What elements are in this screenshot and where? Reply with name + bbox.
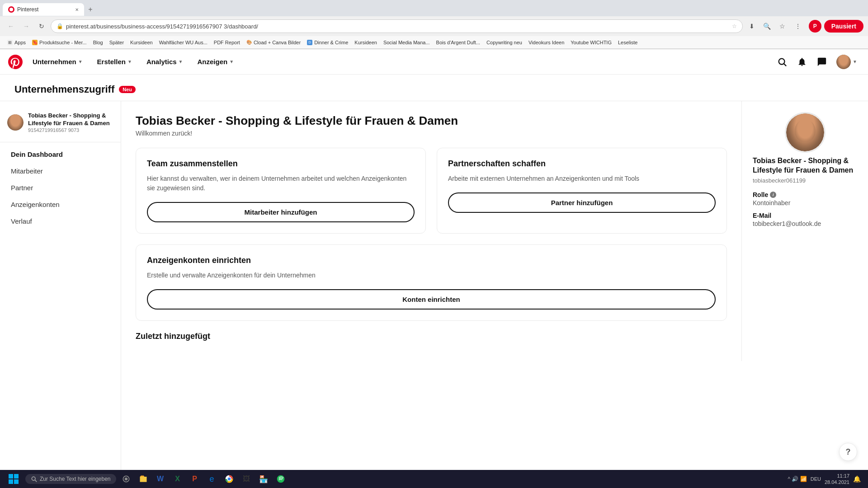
sidebar: Tobias Becker - Shopping & Lifestyle für…: [0, 101, 121, 470]
taskbar-spotify[interactable]: [273, 471, 289, 487]
bookmark-dinner[interactable]: D Dinner & Crime: [304, 39, 351, 46]
nav-analytics-chevron: ▼: [179, 59, 183, 64]
nav-anzeigen[interactable]: Anzeigen ▼: [192, 54, 239, 69]
start-button[interactable]: [4, 472, 24, 486]
bookmark-star-button[interactable]: ☆: [776, 20, 789, 33]
profile-extension-icon[interactable]: P: [809, 20, 821, 33]
help-button[interactable]: ?: [839, 443, 857, 461]
system-tray: ^ 🔊 📶 DEU 11:17 28.04.2021 🔔: [788, 473, 864, 486]
bookmark-apps[interactable]: ⊞ Apps: [5, 39, 28, 46]
sidebar-item-label: Partner: [11, 184, 33, 192]
sidebar-item-mitarbeiter[interactable]: Mitarbeiter: [0, 163, 121, 179]
bookmark-copywriting[interactable]: Copywriting neu: [484, 39, 525, 46]
ad-accounts-title: Anzeigenkonten einrichten: [147, 256, 716, 265]
url-text: pinterest.at/business/business-access/91…: [66, 23, 729, 30]
bookmark-wahlfaecher[interactable]: Wahlfächer WU Aus...: [156, 39, 210, 46]
bookmark-label: Copywriting neu: [486, 40, 522, 45]
bookmark-canva[interactable]: 🎨 Cload + Canva Bilder: [244, 39, 303, 46]
tab-favicon: [8, 6, 14, 13]
sidebar-profile-id: 91542719916567 9073: [28, 127, 113, 133]
bookmark-label: Cload + Canva Bilder: [254, 40, 301, 45]
taskbar-explorer[interactable]: [135, 471, 151, 487]
nav-unternehmen[interactable]: Unternehmen ▼: [27, 54, 88, 69]
search-button[interactable]: [773, 53, 791, 71]
bookmark-label: Später: [109, 40, 124, 45]
taskbar-clock[interactable]: 11:17 28.04.2021: [825, 473, 849, 486]
tab-title: Pinterest: [17, 6, 72, 13]
nav-unternehmen-chevron: ▼: [78, 59, 83, 64]
sidebar-item-verlauf[interactable]: Verlauf: [0, 213, 121, 230]
nav-erstellen[interactable]: Erstellen ▼: [92, 54, 137, 69]
nav-anzeigen-label: Anzeigen: [197, 58, 227, 66]
apps-bookmark-icon: ⊞: [7, 40, 13, 45]
profile-menu[interactable]: ▼: [833, 53, 861, 71]
bookmark-social[interactable]: Social Media Mana...: [381, 39, 433, 46]
system-tray-icons: ^ 🔊 📶: [788, 476, 807, 482]
taskbar-pinned-icons: W X P e 🖼 🏪: [118, 471, 289, 487]
add-partner-button[interactable]: Partner hinzufügen: [448, 192, 716, 213]
address-bar[interactable]: 🔒 pinterest.at/business/business-access/…: [51, 19, 743, 33]
reload-button[interactable]: ↻: [35, 20, 48, 33]
bookmark-produktsuche[interactable]: 🔖 Produktsuche - Mer...: [29, 39, 90, 46]
bookmark-spaeter[interactable]: Später: [107, 39, 127, 46]
extensions-button[interactable]: ⬇: [745, 20, 758, 33]
bookmark-kursideen1[interactable]: Kursideen: [127, 39, 156, 46]
sidebar-item-dashboard[interactable]: Dein Dashboard: [0, 146, 121, 163]
add-employee-button[interactable]: Mitarbeiter hinzufügen: [147, 202, 415, 222]
bookmark-kursideen2[interactable]: Kursideen: [352, 39, 380, 46]
taskbar-edge[interactable]: e: [204, 471, 220, 487]
notification-button[interactable]: 🔔: [853, 475, 861, 483]
forward-button[interactable]: →: [20, 20, 33, 33]
bookmark-label: Leseliste: [618, 40, 637, 45]
profile-card-email-value: tobibecker1@outlook.de: [753, 220, 857, 227]
active-tab[interactable]: Pinterest ✕: [3, 3, 84, 16]
taskbar: Zur Suche Text hier eingeben W X P e: [0, 470, 868, 488]
bookmark-label: Bois d'Argent Duft...: [436, 40, 480, 45]
taskbar-chrome[interactable]: [221, 471, 237, 487]
cards-row: Team zusammenstellen Hier kannst du verw…: [136, 148, 727, 234]
notifications-button[interactable]: [793, 53, 811, 71]
sidebar-item-anzeigenkonten[interactable]: Anzeigenkonten: [0, 196, 121, 213]
tab-close-button[interactable]: ✕: [75, 7, 79, 12]
taskbar-excel[interactable]: X: [170, 471, 186, 487]
zoom-button[interactable]: 🔍: [761, 20, 774, 33]
taskbar-cortana[interactable]: [118, 471, 134, 487]
taskbar-powerpoint[interactable]: P: [187, 471, 203, 487]
bookmark-pdf[interactable]: PDF Report: [211, 39, 243, 46]
nav-erstellen-chevron: ▼: [127, 59, 132, 64]
svg-line-1: [784, 64, 786, 66]
taskbar-photos[interactable]: 🖼: [238, 471, 255, 487]
new-tab-button[interactable]: +: [84, 3, 97, 16]
messages-button[interactable]: [813, 53, 831, 71]
ad-accounts-desc: Erstelle und verwalte Anzeigenkonten für…: [147, 271, 716, 280]
bookmark-label: Produktsuche - Mer...: [39, 40, 87, 45]
welcome-text: Willkommen zurück!: [136, 130, 727, 137]
nav-anzeigen-chevron: ▼: [229, 59, 234, 64]
taskbar-time: 11:17: [825, 473, 849, 479]
sidebar-item-label: Anzeigenkonten: [11, 201, 60, 208]
bookmark-youtube[interactable]: Youtube WICHTIG: [568, 39, 614, 46]
bookmark-videokurs[interactable]: Videokurs Ideen: [526, 39, 567, 46]
pinterest-logo[interactable]: [7, 55, 24, 69]
bookmark-bois[interactable]: Bois d'Argent Duft...: [434, 39, 483, 46]
svg-line-7: [35, 480, 37, 482]
back-button[interactable]: ←: [5, 20, 17, 33]
profile-chevron: ▼: [853, 59, 857, 64]
taskbar-search[interactable]: Zur Suche Text hier eingeben: [25, 474, 116, 484]
bookmark-leseliste[interactable]: Leseliste: [615, 39, 640, 46]
profile-card-avatar: [785, 112, 826, 153]
sidebar-profile: Tobias Becker - Shopping & Lifestyle für…: [0, 112, 121, 142]
paused-button[interactable]: Pausiert: [824, 20, 863, 33]
svg-rect-3: [14, 474, 19, 479]
sidebar-item-partner[interactable]: Partner: [0, 179, 121, 196]
bookmark-label: Videokurs Ideen: [528, 40, 564, 45]
main-section: Tobias Becker - Shopping & Lifestyle für…: [121, 101, 741, 361]
nav-analytics[interactable]: Analytics ▼: [141, 54, 189, 69]
role-info-icon[interactable]: i: [770, 192, 776, 198]
taskbar-word[interactable]: W: [152, 471, 169, 487]
sidebar-avatar: [7, 114, 24, 131]
browser-menu-button[interactable]: ⋮: [792, 20, 804, 33]
setup-accounts-button[interactable]: Konten einrichten: [147, 289, 716, 310]
taskbar-store[interactable]: 🏪: [255, 471, 272, 487]
bookmark-blog[interactable]: Blog: [90, 39, 106, 46]
